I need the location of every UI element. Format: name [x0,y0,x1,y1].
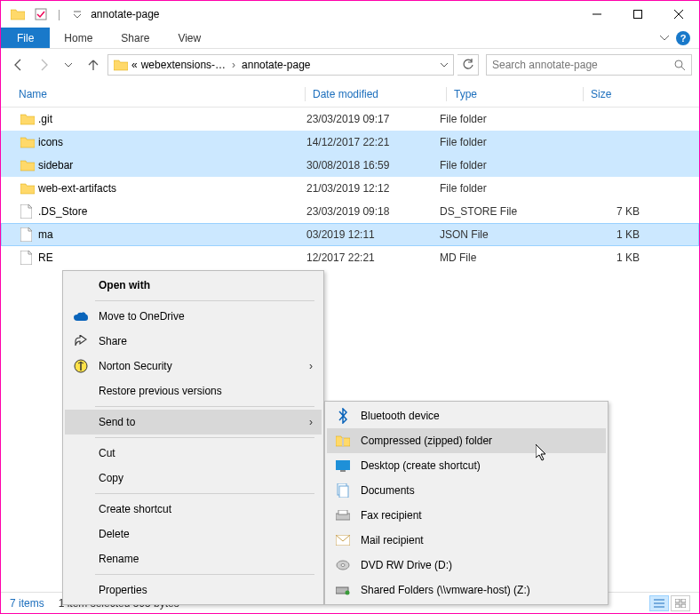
breadcrumb-prefix: « [131,59,138,71]
ctx-norton[interactable]: Norton Security› [65,354,322,379]
file-list[interactable]: .git23/03/2019 09:17File foldericons14/1… [1,108,699,269]
tab-home[interactable]: Home [50,28,107,48]
refresh-button[interactable] [457,54,479,76]
column-headers: Name Date modified Type Size [1,81,699,108]
details-view-button[interactable] [649,595,669,611]
large-icons-view-button[interactable] [671,595,690,611]
ctx-cut[interactable]: Cut [65,441,322,466]
onedrive-icon [72,312,90,322]
ctx-share[interactable]: Share [65,329,322,354]
send-to-submenu: Bluetooth device Compressed (zipped) fol… [324,401,609,605]
folder-icon [20,136,38,148]
sendto-bluetooth[interactable]: Bluetooth device [327,403,606,428]
recent-dropdown-icon[interactable] [58,54,79,76]
forward-button[interactable] [33,54,54,76]
search-input[interactable]: Search annotate-page [486,54,692,76]
ctx-delete[interactable]: Delete [65,522,322,546]
nav-bar: « webextensions-… › annotate-page Search… [1,49,699,81]
svg-line-7 [681,67,685,70]
svg-rect-13 [675,604,680,608]
file-date: 23/03/2019 09:18 [306,205,440,218]
svg-rect-16 [342,438,344,446]
file-row[interactable]: sidebar30/08/2018 16:59File folder [1,154,699,177]
address-bar[interactable]: « webextensions-… › annotate-page [107,54,454,76]
window-title: annotate-page [91,8,159,20]
svg-point-6 [675,60,682,68]
folder-icon [20,182,38,195]
folder-app-icon[interactable] [8,4,28,24]
sendto-shared[interactable]: Shared Folders (\\vmware-host) (Z:) [327,578,606,602]
sendto-dvd[interactable]: DVD RW Drive (D:) [327,553,606,578]
column-date[interactable]: Date modified [313,88,446,100]
sendto-compressed[interactable]: Compressed (zipped) folder [327,428,606,453]
norton-icon [72,359,90,373]
ribbon-expand-icon[interactable] [660,36,669,41]
file-icon [20,227,38,242]
file-size: 7 KB [569,205,648,218]
documents-icon [334,483,352,498]
sendto-mail[interactable]: Mail recipient [327,528,606,553]
sendto-documents[interactable]: Documents [327,478,606,503]
properties-qat-icon[interactable] [31,4,51,24]
column-type[interactable]: Type [454,88,583,100]
breadcrumb-part[interactable]: annotate-page [242,59,310,71]
svg-rect-0 [36,9,46,20]
file-date: 21/03/2019 12:12 [306,182,440,195]
ctx-open-with[interactable]: Open with [65,273,322,298]
column-size[interactable]: Size [591,88,680,100]
file-date: 30/08/2018 16:59 [306,159,440,171]
ctx-restore[interactable]: Restore previous versions [65,379,322,403]
file-row[interactable]: web-ext-artifacts21/03/2019 12:12File fo… [1,177,699,200]
ctx-rename[interactable]: Rename [65,546,322,571]
quick-access-toolbar: | [8,4,87,24]
ctx-create-shortcut[interactable]: Create shortcut [65,497,322,522]
item-count: 7 items [10,597,44,610]
file-type: File folder [440,159,569,171]
file-date: 14/12/2017 22:21 [306,136,440,148]
up-button[interactable] [83,54,104,76]
sendto-desktop[interactable]: Desktop (create shortcut) [327,453,606,478]
file-row[interactable]: .DS_Store23/03/2019 09:18DS_STORE File7 … [1,200,699,223]
file-name: ma [38,228,306,241]
file-name: .git [38,113,306,125]
folder-icon [114,59,128,71]
svg-point-25 [341,564,345,567]
sendto-fax[interactable]: Fax recipient [327,503,606,528]
file-date: 23/03/2019 09:17 [306,113,440,125]
tab-share[interactable]: Share [107,28,163,48]
folder-icon [20,113,38,125]
chevron-right-icon[interactable]: › [229,59,238,71]
file-icon [20,251,38,265]
tab-view[interactable]: View [163,28,215,48]
qat-dropdown-icon[interactable] [68,4,87,24]
ctx-move-onedrive[interactable]: Move to OneDrive [65,304,322,329]
file-name: .DS_Store [38,205,306,218]
file-row[interactable]: ma03/2019 12:11JSON File1 KB [1,223,699,246]
chevron-right-icon: › [309,360,313,372]
breadcrumb-part[interactable]: webextensions-… [141,59,226,71]
column-name[interactable]: Name [19,88,305,100]
minimize-button[interactable] [577,1,617,28]
help-icon[interactable]: ? [676,31,690,45]
file-type: DS_STORE File [440,205,569,218]
desktop-icon [334,460,352,472]
file-date: 03/2019 12:11 [306,228,440,241]
svg-rect-11 [675,599,680,602]
zip-folder-icon [334,435,352,447]
svg-rect-14 [681,604,686,608]
address-dropdown-icon[interactable] [437,63,451,68]
close-button[interactable] [658,1,699,28]
ctx-copy[interactable]: Copy [65,466,322,490]
file-row[interactable]: .git23/03/2019 09:17File folder [1,108,699,131]
file-row[interactable]: icons14/12/2017 22:21File folder [1,131,699,154]
ctx-properties[interactable]: Properties [65,578,322,602]
maximize-button[interactable] [617,1,658,28]
file-row[interactable]: RE12/2017 22:21MD File1 KB [1,246,699,269]
file-type: File folder [440,113,569,125]
ctx-send-to[interactable]: Send to› [65,410,322,435]
svg-rect-22 [338,510,347,514]
back-button[interactable] [8,54,29,76]
file-tab[interactable]: File [1,28,50,48]
ribbon-tabs: File Home Share View ? [1,28,699,49]
file-size: 1 KB [569,228,648,241]
